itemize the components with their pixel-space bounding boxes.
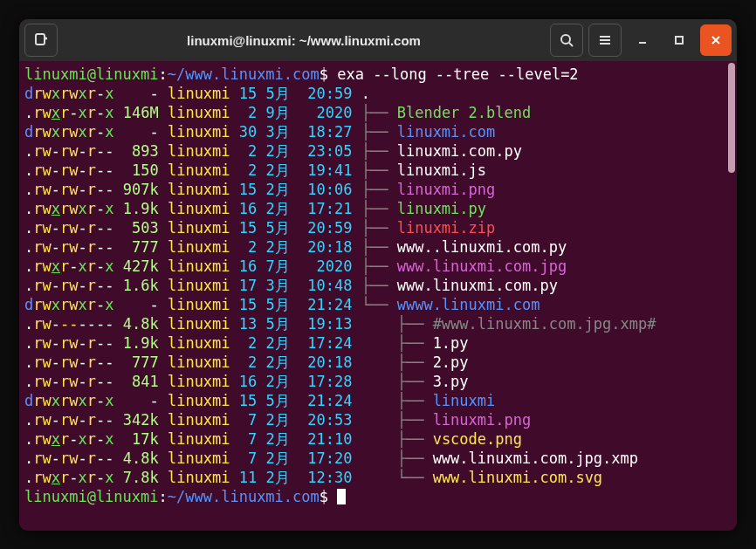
close-button[interactable]: [700, 24, 732, 56]
prompt-line[interactable]: linuxmi@linuxmi:~/www.linuxmi.com$ exa -…: [24, 65, 730, 84]
menu-button[interactable]: [588, 24, 622, 57]
maximize-button[interactable]: [663, 24, 695, 56]
file-row: .rw-rw-r-- 1.9k linuxmi 2 2月 17:24 ├── 1…: [24, 333, 730, 353]
titlebar: linuxmi@linuxmi: ~/www.linuxmi.com: [19, 19, 737, 61]
file-row: .rw-rw-r-- 893 linuxmi 2 2月 23:05 ├── li…: [24, 141, 730, 161]
file-row: drwxrwxr-x - linuxmi 15 5月 21:24 ├── lin…: [24, 391, 730, 410]
search-button[interactable]: [550, 24, 583, 57]
file-row: .rw-rw-r-- 503 linuxmi 15 5月 20:59 ├── l…: [24, 218, 730, 237]
minimize-button[interactable]: [627, 24, 658, 56]
file-row: .rwxrwxr-x 1.9k linuxmi 16 2月 17:21 ├── …: [24, 199, 730, 218]
file-row: drwxrwxr-x - linuxmi 30 3月 18:27 ├── lin…: [24, 122, 730, 141]
file-row: .rw-rw-r-- 150 linuxmi 2 2月 19:41 ├── li…: [24, 161, 730, 180]
window-title: linuxmi@linuxmi: ~/www.linuxmi.com: [63, 33, 545, 48]
file-row: drwxrwxr-x - linuxmi 15 5月 20:59 .: [24, 84, 730, 103]
file-row: .rwxr-xr-x 17k linuxmi 7 2月 21:10 ├── vs…: [24, 429, 730, 449]
file-row: .rw-rw-r-- 841 linuxmi 16 2月 17:28 ├── 3…: [24, 372, 730, 391]
file-row: .rw-rw-r-- 777 linuxmi 2 2月 20:18 ├── 2.…: [24, 353, 730, 372]
prompt-line[interactable]: linuxmi@linuxmi:~/www.linuxmi.com$: [24, 487, 730, 506]
file-row: .rwxr-xr-x 427k linuxmi 16 7月 2020 ├── w…: [24, 257, 730, 276]
file-row: drwxrwxr-x - linuxmi 15 5月 21:24 └── www…: [24, 295, 730, 314]
new-tab-button[interactable]: [24, 24, 58, 57]
file-row: .rw-rw-r-- 907k linuxmi 15 2月 10:06 ├── …: [24, 180, 730, 199]
file-row: .rw-rw-r-- 342k linuxmi 7 2月 20:53 ├── l…: [24, 410, 730, 429]
terminal-output[interactable]: linuxmi@linuxmi:~/www.linuxmi.com$ exa -…: [19, 61, 737, 531]
scrollbar-thumb[interactable]: [728, 63, 735, 173]
cursor: [337, 489, 346, 504]
svg-rect-0: [36, 34, 45, 45]
svg-point-1: [561, 35, 570, 44]
terminal-window: linuxmi@linuxmi: ~/www.linuxmi.com linux…: [19, 19, 737, 531]
file-row: .rw-rw-r-- 777 linuxmi 2 2月 20:18 ├── ww…: [24, 237, 730, 257]
svg-rect-2: [676, 37, 683, 44]
file-row: .rw-rw-r-- 4.8k linuxmi 7 2月 17:20 ├── w…: [24, 449, 730, 468]
file-row: .rwxr-xr-x 7.8k linuxmi 11 2月 12:30 └── …: [24, 468, 730, 487]
file-row: .rwxr-xr-x 146M linuxmi 2 9月 2020 ├── Bl…: [24, 103, 730, 122]
file-row: .rw------- 4.8k linuxmi 13 5月 19:13 ├── …: [24, 314, 730, 333]
file-row: .rw-rw-r-- 1.6k linuxmi 17 3月 10:48 ├── …: [24, 276, 730, 295]
